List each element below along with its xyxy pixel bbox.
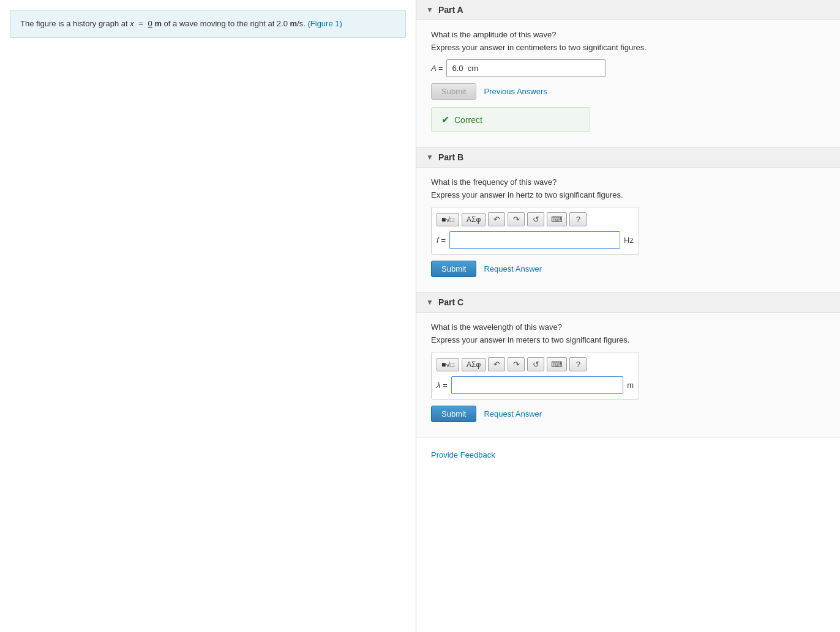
- part-c-answer-label: λ =: [437, 381, 448, 390]
- correct-check-icon: ✔: [441, 114, 449, 125]
- part-c-header: ▼ Part C: [416, 292, 840, 313]
- part-c-unit-label: m: [627, 381, 634, 390]
- problem-text-after: of a wave moving to the right at 2.0: [164, 19, 290, 28]
- part-b-unit-label: Hz: [624, 236, 634, 245]
- part-c-buttons-row: Submit Request Answer: [431, 406, 825, 422]
- problem-text-before: The figure is a history graph at: [20, 19, 130, 28]
- part-a-title: Part A: [438, 5, 463, 15]
- figure-link[interactable]: (Figure 1): [307, 19, 342, 28]
- part-c-toolbar-undo-btn[interactable]: ↶: [488, 357, 505, 371]
- part-b-math-toolbar-box: ■√□ ΑΣφ ↶ ↷ ↺ ⌨ ? f = Hz: [431, 207, 639, 255]
- part-b-chevron-icon[interactable]: ▼: [426, 153, 433, 162]
- part-b-math-input-row: f = Hz: [437, 231, 634, 249]
- part-c-answer-input[interactable]: [451, 376, 624, 394]
- math-expression: x: [130, 19, 134, 28]
- part-c-instruction: Express your answer in meters to two sig…: [431, 335, 825, 344]
- part-b-submit-button[interactable]: Submit: [431, 261, 476, 277]
- math-equals: =: [138, 19, 143, 28]
- feedback-section: Provide Feedback: [416, 437, 840, 472]
- part-b-toolbar-redo-btn[interactable]: ↷: [508, 212, 525, 226]
- part-a-buttons-row: Submit Previous Answers: [431, 83, 825, 100]
- part-b-request-answer-link[interactable]: Request Answer: [484, 264, 542, 273]
- part-a-content: What is the amplitude of this wave? Expr…: [416, 20, 840, 147]
- part-c-chevron-icon[interactable]: ▼: [426, 298, 433, 307]
- math-ms: m/s.: [290, 19, 306, 28]
- part-a-section: ▼ Part A What is the amplitude of this w…: [416, 0, 840, 147]
- part-c-math-input-row: λ = m: [437, 376, 634, 394]
- part-b-toolbar-help-btn[interactable]: ?: [569, 212, 587, 226]
- part-b-toolbar-undo-btn[interactable]: ↶: [488, 212, 505, 226]
- part-c-toolbar-symbols-btn[interactable]: ΑΣφ: [462, 358, 486, 371]
- part-b-instruction: Express your answer in hertz to two sign…: [431, 190, 825, 199]
- part-c-toolbar-keyboard-btn[interactable]: ⌨: [547, 357, 567, 371]
- part-c-content: What is the wavelength of this wave? Exp…: [416, 313, 840, 437]
- part-a-answer-label: A =: [431, 64, 443, 73]
- part-b-toolbar-symbols-btn[interactable]: ΑΣφ: [462, 213, 486, 226]
- part-c-toolbar-fractions-btn[interactable]: ■√□: [437, 358, 459, 371]
- part-a-previous-answers-link[interactable]: Previous Answers: [484, 87, 547, 96]
- part-c-toolbar-help-btn[interactable]: ?: [569, 357, 587, 371]
- part-b-section: ▼ Part B What is the frequency of this w…: [416, 147, 840, 292]
- part-a-correct-text: Correct: [454, 115, 482, 125]
- part-c-math-toolbar-box: ■√□ ΑΣφ ↶ ↷ ↺ ⌨ ? λ = m: [431, 352, 639, 400]
- part-b-title: Part B: [438, 152, 463, 162]
- part-b-answer-label: f =: [437, 236, 446, 245]
- part-b-question: What is the frequency of this wave?: [431, 177, 825, 187]
- part-c-toolbar-row: ■√□ ΑΣφ ↶ ↷ ↺ ⌨ ?: [437, 357, 634, 371]
- left-panel: The figure is a history graph at x = 0 m…: [0, 0, 416, 632]
- math-value: 0 m: [148, 19, 162, 28]
- part-b-toolbar-row: ■√□ ΑΣφ ↶ ↷ ↺ ⌨ ?: [437, 212, 634, 226]
- part-b-toolbar-fractions-btn[interactable]: ■√□: [437, 213, 459, 226]
- part-b-content: What is the frequency of this wave? Expr…: [416, 168, 840, 292]
- part-c-submit-button[interactable]: Submit: [431, 406, 476, 422]
- part-c-toolbar-redo-btn[interactable]: ↷: [508, 357, 525, 371]
- part-c-toolbar-reset-btn[interactable]: ↺: [527, 357, 544, 371]
- part-b-header: ▼ Part B: [416, 147, 840, 168]
- part-b-buttons-row: Submit Request Answer: [431, 261, 825, 277]
- part-a-question: What is the amplitude of this wave?: [431, 30, 825, 39]
- part-c-question: What is the wavelength of this wave?: [431, 322, 825, 332]
- part-b-answer-input[interactable]: [449, 231, 620, 249]
- part-b-toolbar-keyboard-btn[interactable]: ⌨: [547, 212, 567, 226]
- part-c-request-answer-link[interactable]: Request Answer: [484, 409, 542, 418]
- problem-statement: The figure is a history graph at x = 0 m…: [10, 10, 406, 38]
- part-a-input-row: A =: [431, 59, 825, 77]
- part-b-toolbar-reset-btn[interactable]: ↺: [527, 212, 544, 226]
- part-a-correct-box: ✔ Correct: [431, 107, 590, 132]
- provide-feedback-link[interactable]: Provide Feedback: [431, 450, 495, 459]
- part-a-submit-button: Submit: [431, 83, 476, 100]
- part-a-chevron-icon[interactable]: ▼: [426, 6, 433, 14]
- part-a-answer-input[interactable]: [446, 59, 606, 77]
- right-panel: ▼ Part A What is the amplitude of this w…: [416, 0, 840, 632]
- part-a-header: ▼ Part A: [416, 0, 840, 20]
- part-c-section: ▼ Part C What is the wavelength of this …: [416, 292, 840, 437]
- part-c-title: Part C: [438, 297, 463, 307]
- part-a-instruction: Express your answer in centimeters to tw…: [431, 43, 825, 52]
